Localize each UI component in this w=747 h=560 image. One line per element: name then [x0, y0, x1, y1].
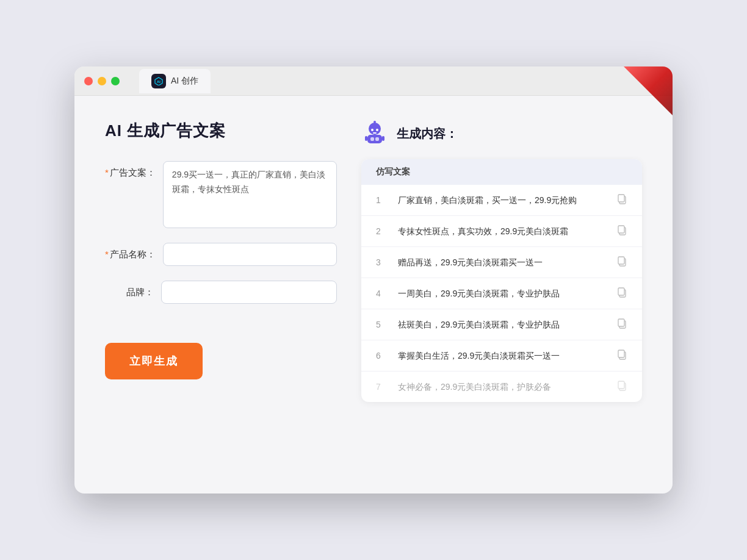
copy-icon[interactable]: [616, 256, 627, 269]
close-button[interactable]: [84, 77, 93, 85]
copy-icon[interactable]: [616, 287, 627, 300]
result-row: 5祛斑美白，29.9元美白淡斑霜，专业护肤品: [361, 309, 642, 340]
result-row: 3赠品再送，29.9元美白淡斑霜买一送一: [361, 247, 642, 278]
required-star-2: *: [105, 249, 109, 259]
left-panel: AI 生成广告文案 *广告文案： 29.9买一送一，真正的厂家直销，美白淡斑霜，…: [105, 120, 337, 468]
svg-rect-27: [618, 381, 624, 389]
svg-rect-9: [367, 135, 382, 143]
svg-rect-10: [370, 137, 374, 141]
ad-copy-label: *广告文案：: [105, 161, 156, 179]
svg-point-4: [371, 129, 374, 131]
brand-group: 品牌： 好白: [105, 281, 337, 304]
svg-rect-12: [365, 136, 367, 141]
robot-icon: [361, 120, 388, 147]
result-text: 女神必备，29.9元美白淡斑霜，护肤必备: [398, 381, 607, 393]
ai-tab[interactable]: AI AI 创作: [139, 69, 211, 93]
result-text: 专抹女性斑点，真实功效，29.9元美白淡斑霜: [398, 225, 607, 238]
maximize-button[interactable]: [111, 77, 120, 85]
copy-icon[interactable]: [616, 318, 627, 331]
results-header: 仿写文案: [361, 159, 642, 185]
results-container: 仿写文案 1厂家直销，美白淡斑霜，买一送一，29.9元抢购2专抹女性斑点，真实功…: [361, 159, 642, 402]
svg-rect-23: [618, 319, 624, 326]
tab-icon: AI: [151, 74, 166, 88]
result-number: 4: [376, 289, 388, 298]
result-text: 一周美白，29.9元美白淡斑霜，专业护肤品: [398, 287, 607, 300]
result-number: 5: [376, 320, 388, 329]
page-title: AI 生成广告文案: [105, 120, 337, 142]
result-row: 1厂家直销，美白淡斑霜，买一送一，29.9元抢购: [361, 185, 642, 216]
right-header: 生成内容：: [361, 120, 642, 147]
svg-point-5: [376, 129, 378, 131]
tab-label: AI 创作: [171, 76, 198, 87]
svg-rect-6: [373, 132, 377, 134]
result-number: 7: [376, 382, 388, 392]
result-number: 6: [376, 351, 388, 361]
result-text: 厂家直销，美白淡斑霜，买一送一，29.9元抢购: [398, 194, 607, 207]
result-number: 3: [376, 257, 388, 267]
results-list: 1厂家直销，美白淡斑霜，买一送一，29.9元抢购2专抹女性斑点，真实功效，29.…: [361, 185, 642, 402]
svg-rect-11: [375, 137, 379, 141]
svg-rect-19: [618, 257, 624, 264]
traffic-lights: [84, 77, 120, 85]
product-name-label: *产品名称：: [105, 243, 156, 260]
brand-input[interactable]: 好白: [161, 281, 337, 304]
svg-rect-21: [618, 288, 624, 295]
ad-copy-input[interactable]: 29.9买一送一，真正的厂家直销，美白淡斑霜，专抹女性斑点: [163, 161, 337, 228]
svg-text:AI: AI: [157, 80, 161, 84]
copy-icon[interactable]: [616, 193, 627, 207]
result-text: 赠品再送，29.9元美白淡斑霜买一送一: [398, 256, 607, 269]
copy-icon[interactable]: [616, 349, 627, 362]
svg-point-8: [374, 121, 376, 123]
result-number: 2: [376, 226, 388, 236]
svg-rect-13: [382, 136, 384, 141]
result-row: 6掌握美白生活，29.9元美白淡斑霜买一送一: [361, 340, 642, 372]
minimize-button[interactable]: [98, 77, 106, 85]
browser-titlebar: AI AI 创作: [74, 66, 673, 96]
brand-label: 品牌：: [105, 281, 154, 298]
result-row: 2专抹女性斑点，真实功效，29.9元美白淡斑霜: [361, 216, 642, 247]
generate-button[interactable]: 立即生成: [105, 343, 203, 379]
svg-rect-15: [618, 195, 624, 202]
result-text: 掌握美白生活，29.9元美白淡斑霜买一送一: [398, 350, 607, 362]
ad-copy-group: *广告文案： 29.9买一送一，真正的厂家直销，美白淡斑霜，专抹女性斑点: [105, 161, 337, 228]
result-number: 1: [376, 195, 388, 205]
result-text: 祛斑美白，29.9元美白淡斑霜，专业护肤品: [398, 318, 607, 331]
copy-icon[interactable]: [616, 224, 627, 238]
right-title: 生成内容：: [397, 126, 458, 142]
product-name-input[interactable]: 美白淡斑霜: [163, 243, 337, 266]
result-row: 4一周美白，29.9元美白淡斑霜，专业护肤品: [361, 278, 642, 309]
copy-icon[interactable]: [616, 380, 627, 393]
svg-rect-17: [618, 226, 624, 233]
browser-window: AI AI 创作 AI 生成广告文案 *广告文案： 29.9买一送一，真正的厂家…: [74, 66, 673, 494]
svg-rect-25: [618, 350, 624, 357]
result-row: 7女神必备，29.9元美白淡斑霜，护肤必备: [361, 372, 642, 402]
required-star-1: *: [105, 167, 109, 178]
product-name-group: *产品名称： 美白淡斑霜: [105, 243, 337, 266]
right-panel: 生成内容： 仿写文案 1厂家直销，美白淡斑霜，买一送一，29.9元抢购2专抹女性…: [361, 120, 642, 468]
browser-content: AI 生成广告文案 *广告文案： 29.9买一送一，真正的厂家直销，美白淡斑霜，…: [74, 96, 673, 492]
